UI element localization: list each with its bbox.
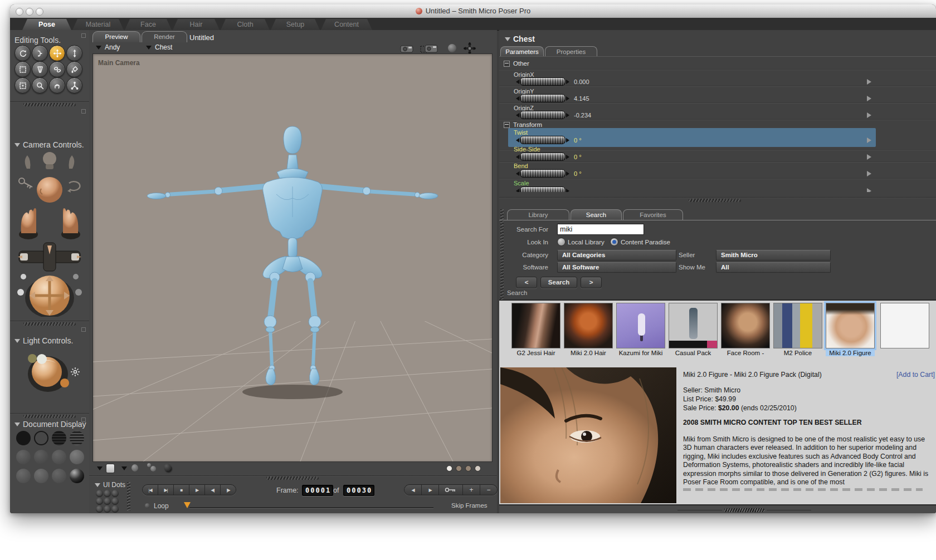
tab-render[interactable]: Render bbox=[142, 31, 187, 42]
tab-library[interactable]: Library bbox=[507, 209, 569, 220]
param-options-arrow[interactable] bbox=[867, 171, 871, 176]
rotate-tool-icon[interactable] bbox=[14, 45, 31, 61]
loop-toggle[interactable] bbox=[145, 503, 150, 508]
seller-dropdown[interactable]: Smith Micro bbox=[716, 250, 831, 261]
morphing-tool-icon[interactable] bbox=[49, 77, 65, 94]
product-image[interactable] bbox=[500, 367, 676, 503]
ui-dot[interactable] bbox=[104, 498, 111, 505]
divider-grip[interactable] bbox=[23, 103, 76, 106]
figure-menu[interactable]: Andy bbox=[96, 43, 120, 51]
select-camera-icon[interactable] bbox=[420, 43, 439, 53]
multi-ball-icon[interactable] bbox=[150, 466, 156, 471]
tab-favorites[interactable]: Favorites bbox=[623, 209, 683, 220]
collapse-group-icon[interactable] bbox=[504, 61, 510, 67]
display-mode-cartoon[interactable] bbox=[70, 450, 84, 464]
tab-face[interactable]: Face bbox=[125, 19, 172, 30]
actor-header-menu[interactable]: Chest bbox=[505, 35, 535, 43]
trackball-icon[interactable] bbox=[448, 44, 456, 52]
search-result-thumb[interactable]: G2 Jessi Hair bbox=[511, 303, 560, 356]
tab-setup[interactable]: Setup bbox=[271, 19, 320, 30]
thumb-image[interactable] bbox=[721, 303, 770, 348]
param-options-arrow[interactable] bbox=[867, 96, 871, 101]
viewport-canvas[interactable]: Main Camera bbox=[92, 53, 493, 462]
divider-grip[interactable] bbox=[23, 415, 76, 418]
memory-dot-4[interactable] bbox=[475, 465, 481, 471]
memory-dot-3[interactable] bbox=[465, 465, 471, 471]
scale-dial[interactable] bbox=[516, 187, 569, 192]
originx-dial[interactable] bbox=[516, 78, 569, 85]
shadow-ball-icon[interactable] bbox=[164, 464, 171, 471]
edit-forward-button[interactable]: ▶ bbox=[422, 485, 439, 495]
play-button[interactable]: ▶ bbox=[189, 485, 205, 495]
tab-preview[interactable]: Preview bbox=[92, 31, 140, 42]
param-options-arrow[interactable] bbox=[867, 137, 871, 143]
tracking-menu-icon[interactable] bbox=[121, 466, 127, 470]
search-input[interactable] bbox=[557, 224, 644, 235]
param-options-arrow[interactable] bbox=[867, 154, 871, 160]
taper-tool-icon[interactable] bbox=[32, 61, 48, 77]
add-keyframe-button[interactable]: + bbox=[463, 485, 480, 495]
ui-dots-header[interactable]: UI Dots bbox=[95, 481, 125, 489]
search-result-thumb[interactable]: M2 Police bbox=[773, 303, 822, 356]
thumb-image[interactable] bbox=[773, 303, 822, 348]
camera-name-label[interactable]: Main Camera bbox=[98, 59, 140, 67]
scrollbar-grip[interactable] bbox=[724, 508, 764, 512]
total-frames-field[interactable]: 00030 bbox=[343, 485, 374, 496]
param-value[interactable]: 0 ° bbox=[574, 170, 582, 177]
search-result-thumb[interactable]: Casual Pack bbox=[669, 303, 718, 356]
panel-collapse-box[interactable] bbox=[81, 417, 86, 422]
ui-dot[interactable] bbox=[96, 505, 103, 513]
param-value[interactable]: 0 ° bbox=[574, 137, 582, 144]
group-transform[interactable]: Transform bbox=[504, 121, 542, 128]
ui-dot[interactable] bbox=[104, 490, 111, 497]
tracking-ball-icon[interactable] bbox=[131, 464, 138, 471]
display-mode-sketch-shaded[interactable] bbox=[52, 469, 66, 483]
flyaround-camera-icon[interactable] bbox=[399, 43, 415, 53]
category-dropdown[interactable]: All Categories bbox=[557, 250, 676, 261]
panel-collapse-box[interactable] bbox=[81, 109, 86, 114]
go-last-frame-button[interactable]: ▶| bbox=[158, 485, 174, 495]
panel-collapse-box[interactable] bbox=[81, 33, 86, 38]
tab-content[interactable]: Content bbox=[321, 19, 372, 30]
vertical-grip[interactable] bbox=[500, 209, 504, 310]
thumb-image[interactable] bbox=[616, 303, 665, 348]
tab-parameters[interactable]: Parameters bbox=[500, 46, 544, 57]
display-mode-texture-shaded[interactable] bbox=[70, 469, 84, 483]
param-value[interactable]: 4.145 bbox=[574, 95, 589, 102]
divider-grip[interactable] bbox=[23, 322, 76, 326]
ui-dot[interactable] bbox=[111, 490, 119, 497]
edit-back-button[interactable]: ◀ bbox=[404, 485, 422, 495]
step-back-button[interactable]: ◀| bbox=[205, 485, 221, 495]
local-library-radio[interactable] bbox=[557, 238, 566, 246]
camera-controls-header[interactable]: Camera Controls. bbox=[14, 140, 84, 149]
thumb-image[interactable] bbox=[669, 303, 718, 348]
display-mode-hidden-line[interactable] bbox=[70, 431, 84, 445]
title-bar[interactable]: Untitled – Smith Micro Poser Pro bbox=[10, 4, 936, 18]
actor-menu[interactable]: Chest bbox=[146, 43, 172, 51]
light-controls-header[interactable]: Light Controls. bbox=[14, 336, 73, 345]
content-paradise-radio[interactable] bbox=[610, 238, 618, 246]
go-first-frame-button[interactable]: |◀ bbox=[143, 485, 158, 495]
delete-keyframe-button[interactable]: − bbox=[480, 485, 497, 495]
originy-dial[interactable] bbox=[516, 95, 569, 102]
light-controls-cluster[interactable] bbox=[18, 348, 82, 396]
software-dropdown[interactable]: All Software bbox=[557, 262, 676, 273]
display-mode-silhouette[interactable] bbox=[16, 431, 31, 445]
tab-cloth[interactable]: Cloth bbox=[221, 19, 270, 30]
move-camera-icon[interactable] bbox=[464, 42, 476, 55]
panel-collapse-box[interactable] bbox=[81, 327, 86, 332]
translate-pull-tool-icon[interactable] bbox=[49, 45, 65, 61]
direct-manipulation-tool-icon[interactable] bbox=[66, 77, 82, 94]
prev-page-button[interactable]: < bbox=[516, 277, 537, 288]
multi-ball-icon[interactable] bbox=[147, 463, 151, 467]
ui-dot[interactable] bbox=[111, 498, 119, 505]
search-result-thumb[interactable]: Miki 2.0 Hair bbox=[564, 303, 613, 356]
memory-dot-2[interactable] bbox=[456, 465, 462, 471]
results-scrollbar[interactable] bbox=[499, 504, 936, 513]
document-display-header[interactable]: Document Display bbox=[14, 420, 86, 429]
camera-controls-cluster[interactable] bbox=[14, 150, 85, 317]
depth-cue-menu-icon[interactable] bbox=[97, 466, 103, 470]
param-value[interactable]: 0 ° bbox=[574, 154, 582, 160]
tab-pose[interactable]: Pose bbox=[22, 19, 71, 30]
content-paradise-label[interactable]: Content Paradise bbox=[621, 239, 670, 245]
